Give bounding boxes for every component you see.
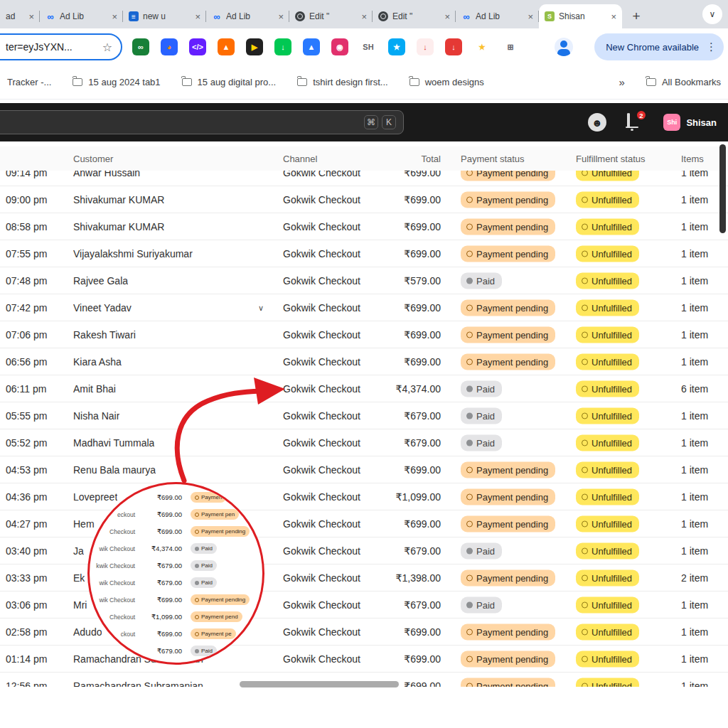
notifications-button[interactable]: 2: [627, 114, 643, 130]
rocket-icon[interactable]: ▶: [246, 38, 263, 55]
order-time: 07:55 pm: [6, 248, 47, 259]
mountain-icon[interactable]: ▲: [303, 38, 320, 55]
sh-icon[interactable]: SH: [360, 38, 377, 55]
order-time: 04:27 pm: [6, 518, 47, 530]
tab-search-chevron-icon[interactable]: ∨: [702, 4, 722, 24]
payment-status-label: Paid: [476, 437, 495, 448]
extension-glyph: ⊞: [507, 43, 513, 52]
tab-close-icon[interactable]: ×: [28, 11, 34, 22]
order-total: ₹579.00: [355, 275, 441, 287]
status-circle-icon: [582, 574, 588, 581]
puzzle-icon[interactable]: ⊞: [502, 38, 519, 55]
bookmarks-overflow-icon[interactable]: »: [619, 76, 625, 88]
browser-tab[interactable]: ad ×: [0, 4, 40, 28]
fulfillment-status-label: Unfulfilled: [592, 464, 632, 475]
browser-tab[interactable]: Ad Lib ×: [206, 4, 289, 28]
order-row[interactable]: 09:14 pm Anwar Hussain ∨ Gokwik Checkout…: [0, 171, 728, 186]
fulfillment-status-badge: Unfulfilled: [576, 542, 639, 559]
bookmark-item[interactable]: 15 aug digital pro...: [182, 77, 277, 87]
magnified-total: ₹4,374.00: [136, 545, 182, 552]
fulfillment-status-badge: Unfulfilled: [576, 569, 639, 586]
chevron-down-icon[interactable]: ∨: [258, 303, 264, 312]
order-row[interactable]: 01:14 pm Ramachandran Subramanian ∨ Gokw…: [0, 646, 728, 673]
code-icon[interactable]: </>: [189, 38, 206, 55]
order-row[interactable]: 08:58 pm Shivakumar KUMAR ∨ Gokwik Check…: [0, 213, 728, 240]
browser-tab[interactable]: Edit " ×: [289, 4, 373, 28]
address-bar[interactable]: ter=eyJsYXN... ☆: [0, 33, 122, 60]
column-header-total: Total: [355, 154, 441, 164]
magnified-total: ₹699.00: [136, 510, 182, 518]
green-download-icon[interactable]: ↓: [274, 38, 291, 55]
order-row[interactable]: 07:55 pm Vijayalakshmi Suriyakumar ∨ Gok…: [0, 240, 728, 267]
browser-tab[interactable]: Ad Lib ×: [40, 4, 123, 28]
swirl-icon[interactable]: ◕: [161, 38, 178, 55]
magnified-channel: kwik Checkout: [90, 562, 135, 569]
order-row[interactable]: 04:53 pm Renu Bala maurya ∨ Gokwik Check…: [0, 456, 728, 483]
tab-close-icon[interactable]: ×: [361, 11, 367, 22]
tab-close-icon[interactable]: ×: [611, 11, 616, 22]
horizontal-scrollbar[interactable]: [240, 681, 399, 687]
order-row[interactable]: 05:52 pm Madhavi Tummala ∨ Gokwik Checko…: [0, 429, 728, 456]
order-customer: Anwar Hussain: [73, 171, 140, 178]
browser-tab[interactable]: new u ×: [123, 4, 206, 28]
browser-menu-kebab-icon[interactable]: ⋮: [706, 41, 717, 53]
meta-icon: [46, 11, 55, 21]
tab-close-icon[interactable]: ×: [444, 11, 450, 22]
status-circle-icon: [582, 547, 588, 554]
instagram-icon[interactable]: ◉: [331, 38, 348, 55]
status-circle-icon: [466, 682, 473, 687]
tab-close-icon[interactable]: ×: [112, 11, 117, 22]
bookmark-star-icon[interactable]: ☆: [102, 41, 112, 54]
bookmark-item[interactable]: Tracker -...: [7, 77, 51, 87]
bird-icon[interactable]: ★: [388, 38, 405, 55]
order-customer: Adudo: [73, 626, 102, 638]
order-customer: Ramachandran Subramanian: [73, 680, 203, 687]
admin-search-bar[interactable]: ⌘ K: [0, 110, 404, 134]
order-channel: Gokwik Checkout: [283, 221, 360, 232]
magnified-status-label: Paid: [201, 579, 213, 586]
tab-close-icon[interactable]: ×: [278, 11, 284, 22]
chrome-profile-icon[interactable]: [555, 38, 573, 56]
order-row[interactable]: 07:06 pm Rakesh Tiwari ∨ Gokwik Checkout…: [0, 321, 728, 348]
all-bookmarks-button[interactable]: All Bookmarks: [646, 77, 721, 87]
order-items: 1 item: [681, 626, 708, 638]
red-download-icon[interactable]: ↓: [445, 38, 462, 55]
bookmark-item[interactable]: 15 aug 2024 tab1: [73, 77, 160, 87]
star-icon[interactable]: ★: [473, 38, 491, 55]
new-tab-button[interactable]: +: [626, 6, 646, 26]
bookmark-item[interactable]: woem designs: [410, 77, 484, 87]
chrome-update-button[interactable]: New Chrome available ⋮: [594, 33, 724, 60]
bookmark-item[interactable]: tshirt design first...: [297, 77, 387, 87]
bookmarks-bar: Tracker -... 15 aug 2024 tab1 15 aug dig…: [0, 65, 728, 100]
order-items: 1 item: [681, 356, 708, 368]
vertical-scrollbar[interactable]: [719, 144, 726, 233]
glasses-icon[interactable]: ∞: [132, 38, 149, 55]
order-row[interactable]: 06:11 pm Amit Bhai ∨ Gokwik Checkout ₹4,…: [0, 375, 728, 402]
order-customer: Madhavi Tummala: [73, 437, 154, 449]
flame-icon[interactable]: ▲: [218, 38, 235, 55]
tab-close-icon[interactable]: ×: [195, 11, 200, 22]
order-row[interactable]: 09:00 pm Shivakumar KUMAR ∨ Gokwik Check…: [0, 186, 728, 213]
payment-status-label: Payment pending: [476, 626, 548, 637]
browser-tab[interactable]: Shisan ×: [539, 4, 622, 28]
tab-close-icon[interactable]: ×: [528, 11, 533, 22]
extension-glyph: ◕: [167, 43, 172, 51]
order-row[interactable]: 07:42 pm Vineet Yadav ∨ Gokwik Checkout …: [0, 294, 728, 321]
order-row[interactable]: 06:56 pm Kiara Asha ∨ Gokwik Checkout ₹6…: [0, 348, 728, 375]
status-circle-icon: [466, 466, 473, 473]
status-circle-icon: [582, 655, 588, 662]
payment-status-badge: Payment pending: [461, 678, 555, 687]
browser-tab[interactable]: Edit " ×: [373, 4, 456, 28]
order-row[interactable]: 05:55 pm Nisha Nair ∨ Gokwik Checkout ₹6…: [0, 402, 728, 429]
status-circle-icon: [466, 385, 473, 392]
app-avatar-icon[interactable]: ☻: [588, 113, 606, 132]
tab-title: Ad Lib: [476, 11, 523, 21]
order-customer: Vijayalakshmi Suriyakumar: [73, 248, 193, 259]
browser-tab[interactable]: Ad Lib ×: [456, 4, 539, 28]
store-menu-button[interactable]: Shi Shisan: [658, 111, 722, 134]
order-channel: Gokwik Checkout: [283, 275, 360, 287]
box-download-icon[interactable]: ↓: [417, 38, 434, 55]
order-row[interactable]: 04:36 pm Lovepreet ∨ Gokwik Checkout ₹1,…: [0, 483, 728, 510]
order-row[interactable]: 07:48 pm Rajvee Gala ∨ Gokwik Checkout ₹…: [0, 267, 728, 294]
order-channel: Gokwik Checkout: [283, 248, 360, 259]
